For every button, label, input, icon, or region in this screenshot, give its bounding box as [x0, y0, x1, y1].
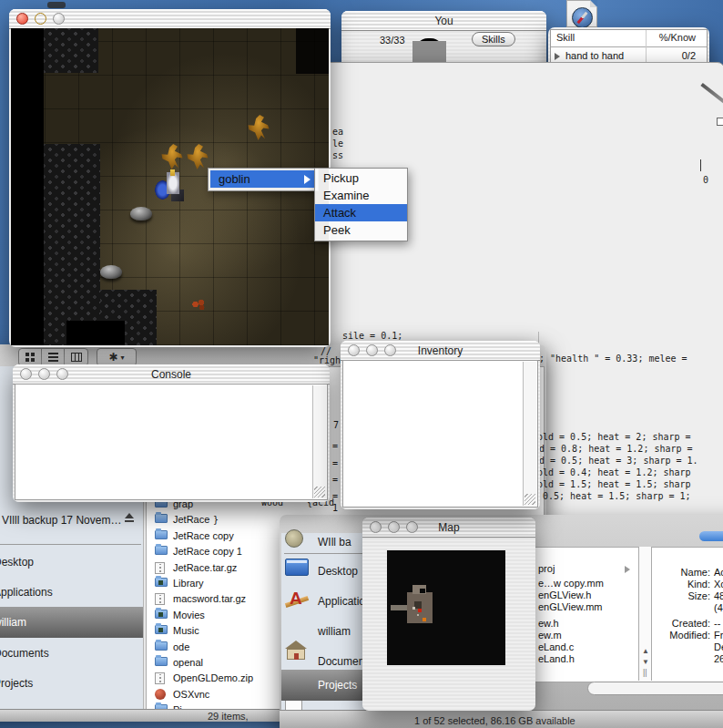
aqua-scroll-thumb[interactable] [699, 531, 723, 541]
column-header-know[interactable]: %/Know [659, 32, 696, 43]
folder-icon [155, 657, 168, 666]
column-file-row[interactable]: e…w copy.mm [538, 578, 604, 589]
file-row[interactable]: JetRace copy 1 [155, 544, 282, 559]
sidebar-item-projects[interactable]: Projects [318, 679, 357, 692]
caret-fragment [700, 159, 701, 171]
sidebar-item-william[interactable]: william [0, 616, 26, 629]
unexplored-area [296, 28, 329, 74]
archive-doc-icon [155, 593, 165, 605]
webloc-document-icon[interactable] [563, 0, 601, 27]
zoom-button[interactable] [384, 344, 396, 356]
file-row[interactable]: Library [155, 576, 282, 590]
file-icon-folder [155, 514, 168, 523]
scroll-up-arrow-icon[interactable]: ▲ [642, 647, 649, 655]
preview-value: Xc [714, 579, 723, 590]
file-row[interactable]: JetRace [155, 512, 282, 527]
file-row[interactable]: macsword.tar.gz [155, 591, 282, 606]
resize-grip[interactable] [314, 487, 325, 497]
submenu-item-attack[interactable]: Attack [315, 204, 407, 221]
console-output[interactable] [15, 384, 328, 500]
preview-value: -- [714, 618, 720, 629]
file-row[interactable]: Music [155, 623, 282, 638]
file-row[interactable]: ode [155, 640, 282, 654]
column-file-row[interactable]: ew.m [538, 630, 562, 641]
file-row[interactable]: JetRace.tar.gz [155, 560, 282, 575]
column-file-row[interactable]: enGLView.mm [538, 601, 603, 612]
sidebar-device-row[interactable]: VIlll backup 17 Novem… [2, 514, 121, 527]
titlebar[interactable]: Inventory [341, 341, 540, 361]
close-button[interactable] [20, 368, 32, 380]
titlebar[interactable] [9, 9, 331, 29]
inventory-window[interactable]: Inventory [341, 341, 540, 509]
close-button[interactable] [348, 344, 360, 356]
action-button[interactable]: ✱ ▾ [97, 348, 137, 366]
minimize-button[interactable] [35, 13, 46, 25]
preview-value: Fri [714, 630, 723, 641]
close-button[interactable] [370, 521, 382, 533]
vertical-scrollbar[interactable] [312, 385, 326, 498]
horizontal-scrollbar[interactable] [587, 682, 723, 695]
column-file-row[interactable]: eLand.h [538, 653, 575, 664]
file-row[interactable]: OSXvnc [155, 687, 282, 702]
map-view[interactable] [387, 550, 505, 665]
sidebar-item-applications[interactable]: Applications [0, 586, 53, 599]
skills-button[interactable]: Skills [472, 32, 515, 46]
submenu-item-examine[interactable]: Examine [315, 187, 407, 204]
skill-list-header[interactable]: Skill %/Know [551, 30, 707, 47]
column-header-skill[interactable]: Skill [556, 32, 575, 43]
scroll-down-arrow-icon[interactable]: ▼ [642, 658, 649, 666]
sprite-rock[interactable] [130, 207, 152, 220]
titlebar[interactable]: You [341, 11, 546, 31]
resize-grip[interactable] [524, 494, 535, 505]
file-icon-doc [155, 672, 165, 684]
submenu-item-pickup[interactable]: Pickup [315, 169, 407, 187]
archive-doc-icon [155, 672, 165, 684]
sprite-critter[interactable] [188, 298, 209, 313]
icon-view-button[interactable] [19, 349, 42, 365]
file-row[interactable]: OpenGLDemo.zip [155, 671, 282, 685]
sprite-knight[interactable] [155, 169, 186, 204]
sidebar-item-desktop[interactable]: Desktop [0, 556, 34, 569]
sidebar-item-desktop[interactable]: Desktop [318, 565, 358, 578]
file-row[interactable]: Movies [155, 608, 282, 622]
context-menu-goblin[interactable]: goblin [210, 170, 316, 188]
column-view-button[interactable] [65, 349, 87, 365]
eject-icon[interactable] [124, 513, 135, 523]
column-file-row[interactable]: eLand.c [538, 641, 574, 652]
list-view-button[interactable] [42, 349, 65, 365]
vertical-scrollbar[interactable] [523, 362, 536, 506]
submenu-item-peek[interactable]: Peek [315, 221, 407, 239]
file-icon-doc [155, 593, 165, 605]
sidebar-item-will-ba[interactable]: WIll ba [318, 536, 351, 549]
checkbox-fragment[interactable] [717, 118, 723, 126]
inventory-list[interactable] [342, 360, 538, 508]
window-lights [370, 521, 418, 533]
column-file-row[interactable]: ew.h [538, 618, 559, 629]
preview-info-row: 26 [656, 653, 723, 664]
close-button[interactable] [16, 13, 28, 25]
column-resize-handle[interactable]: || [643, 668, 647, 677]
zoom-button[interactable] [406, 521, 418, 533]
map-window[interactable]: Map [362, 518, 535, 711]
console-window[interactable]: Console [13, 364, 330, 502]
column-file-row[interactable]: enGLView.h [538, 590, 591, 600]
minimize-button[interactable] [388, 521, 400, 533]
preview-info-row: Created:-- [656, 618, 723, 629]
minimize-button[interactable] [366, 344, 378, 356]
zoom-button[interactable] [56, 368, 68, 380]
column-scrollbar[interactable]: ▲ ▼ || [638, 547, 652, 681]
applications-icon: A [285, 589, 309, 610]
disclosure-triangle-icon[interactable] [555, 53, 560, 60]
preview-value: De [714, 641, 723, 652]
zoom-button[interactable] [53, 13, 65, 25]
sprite-rock[interactable] [100, 265, 122, 279]
minimize-button[interactable] [38, 368, 50, 380]
column-file-row[interactable]: proj [538, 563, 555, 574]
file-row[interactable]: openal [155, 655, 282, 670]
sidebar-item-william[interactable]: william [318, 625, 351, 638]
sidebar-item-documents[interactable]: Documents [0, 647, 49, 660]
file-row[interactable]: JetRace copy [155, 528, 282, 543]
titlebar[interactable]: Map [362, 518, 535, 538]
sidebar-item-projects[interactable]: Projects [0, 677, 33, 690]
titlebar[interactable]: Console [13, 364, 330, 385]
